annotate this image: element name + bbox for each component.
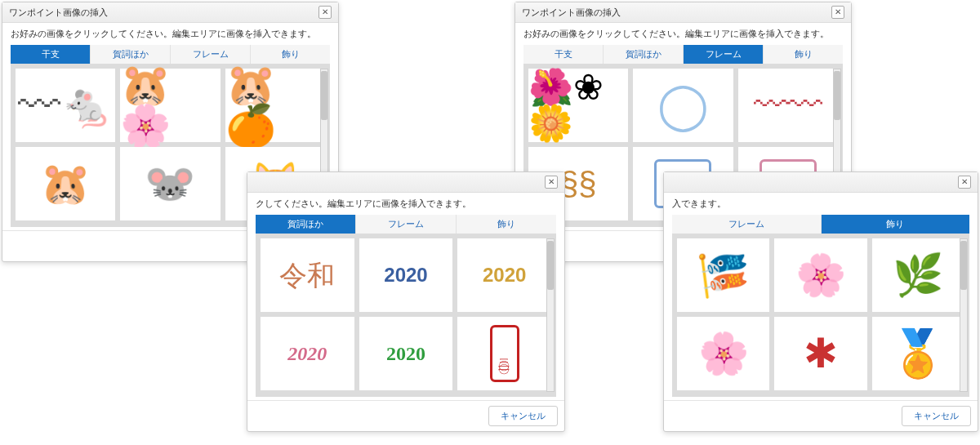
daruma-mouse-icon: 🐹 xyxy=(40,163,91,204)
tab-kazari[interactable]: 飾り xyxy=(251,45,330,64)
gallery-item[interactable]: 2020 xyxy=(359,317,453,390)
gallery-item[interactable]: 2020 xyxy=(457,238,551,312)
instruction-text: クしてください。編集エリアに画像を挿入できます。 xyxy=(256,198,556,210)
gallery-item[interactable]: 〰🐁 xyxy=(16,69,115,142)
hamster-blossom-icon: 🐹🌸 xyxy=(120,65,220,146)
gallery-item[interactable]: 🐹 xyxy=(16,147,115,220)
gallery-item[interactable]: 🐹🍊 xyxy=(225,69,325,142)
reiwa-glyph-icon: 令和 xyxy=(279,261,335,289)
dialog-header: ワンポイント画像の挿入 ✕ xyxy=(2,2,338,23)
pattern-2020-icon: 2020 xyxy=(384,265,427,285)
gallery-item[interactable]: 🌿 xyxy=(872,238,964,312)
tab-kazari[interactable]: 飾り xyxy=(822,215,970,234)
tab-frame[interactable]: フレーム xyxy=(171,45,251,64)
gallery-item[interactable]: 2020 xyxy=(261,317,354,390)
green-2020-icon: 2020 xyxy=(386,344,425,363)
red-flower-icon: ✱ xyxy=(804,333,838,374)
instruction-text: 入できます。 xyxy=(672,198,969,210)
gallery-item[interactable]: 二〇二〇 xyxy=(457,317,551,390)
magnolia-branch-icon: 🌸 xyxy=(698,333,749,374)
gallery-scrollbar[interactable] xyxy=(960,238,968,392)
close-icon[interactable]: ✕ xyxy=(831,6,844,19)
gallery-item[interactable]: 🌺❀🌼 xyxy=(528,69,628,142)
floral-wreath-icon: 🌺❀🌼 xyxy=(528,69,628,141)
koinobori-icon: 🎏 xyxy=(697,254,750,296)
tab-eto[interactable]: 干支 xyxy=(523,45,604,64)
tab-kazari[interactable]: 飾り xyxy=(764,45,843,64)
image-gallery: 🎏 🌸 🌿 🌸 ✱ 🏅 xyxy=(672,234,969,397)
tab-gashi[interactable]: 賀詞ほか xyxy=(604,45,684,64)
cancel-button[interactable]: キャンセル xyxy=(902,406,971,426)
insert-image-dialog-gashi: ✕ クしてください。編集エリアに画像を挿入できます。 賀詞ほか フレーム 飾り … xyxy=(247,171,565,432)
category-tabs: フレーム 飾り xyxy=(672,215,969,234)
cancel-button[interactable]: キャンセル xyxy=(488,406,558,426)
dialog-title: ワンポイント画像の挿入 xyxy=(522,7,621,19)
gallery-item[interactable]: 🐹🌸 xyxy=(120,69,220,142)
tab-frame[interactable]: フレーム xyxy=(356,215,457,234)
gallery-item[interactable]: ✱ xyxy=(774,317,866,390)
dialog-header: ワンポイント画像の挿入 ✕ xyxy=(515,2,851,23)
tab-frame[interactable]: フレーム xyxy=(672,215,822,234)
dialog-footer: キャンセル xyxy=(247,400,564,431)
dialog-header: ✕ xyxy=(247,172,564,193)
dialog-title xyxy=(670,177,673,187)
gold-medal-icon: 🏅 xyxy=(889,331,947,376)
tab-kazari[interactable]: 飾り xyxy=(457,215,556,234)
tab-eto[interactable]: 干支 xyxy=(11,45,91,64)
close-icon[interactable]: ✕ xyxy=(318,6,332,19)
gold-2020-icon: 2020 xyxy=(483,265,526,285)
gallery-item[interactable]: 🎏 xyxy=(677,238,769,312)
dialog-footer: キャンセル xyxy=(664,400,978,431)
clover-plant-icon: 🌿 xyxy=(893,255,943,296)
scrollbar-thumb[interactable] xyxy=(321,71,327,120)
tab-gashi[interactable]: 賀詞ほか xyxy=(256,215,356,234)
instruction-text: お好みの画像をクリックしてください。編集エリアに画像を挿入できます。 xyxy=(11,28,330,40)
instruction-text: お好みの画像をクリックしてください。編集エリアに画像を挿入できます。 xyxy=(523,28,843,40)
cherry-blossom-icon: 🌸 xyxy=(795,255,846,296)
category-tabs: 干支 賀詞ほか フレーム 飾り xyxy=(11,45,330,64)
script-2020-icon: 2020 xyxy=(287,344,327,363)
crane-frame-icon: 〰〰 xyxy=(754,88,822,122)
gallery-item[interactable]: 2020 xyxy=(359,238,453,312)
insert-image-dialog-kazari: ✕ 入できます。 フレーム 飾り 🎏 🌸 🌿 🌸 ✱ 🏅 キャンセル xyxy=(663,171,978,432)
gallery-item[interactable]: ◯ xyxy=(633,69,733,142)
gallery-item[interactable]: 〰〰 xyxy=(738,69,838,142)
vertical-stamp-icon: 二〇二〇 xyxy=(490,325,519,382)
image-gallery: 令和 2020 2020 2020 2020 二〇二〇 xyxy=(256,234,556,397)
gallery-item[interactable]: 🌸 xyxy=(774,238,866,312)
gallery-item[interactable]: 🏅 xyxy=(872,317,964,390)
dialog-title xyxy=(254,177,256,187)
gallery-item[interactable]: 🐭 xyxy=(120,147,220,220)
gallery-item[interactable]: 🌸 xyxy=(677,317,769,390)
tab-frame[interactable]: フレーム xyxy=(684,45,764,64)
mouse-icon: 〰🐁 xyxy=(18,84,114,127)
blue-wreath-icon: ◯ xyxy=(657,82,709,128)
scrollbar-thumb[interactable] xyxy=(834,71,840,120)
dialog-header: ✕ xyxy=(664,172,978,193)
gallery-item[interactable]: 令和 xyxy=(261,238,354,312)
close-icon[interactable]: ✕ xyxy=(958,176,971,189)
gallery-scrollbar[interactable] xyxy=(546,238,555,392)
close-icon[interactable]: ✕ xyxy=(545,176,558,189)
ribbon-frame-icon: §§ xyxy=(560,167,597,200)
dialog-title: ワンポイント画像の挿入 xyxy=(9,7,108,19)
tab-gashi[interactable]: 賀詞ほか xyxy=(91,45,171,64)
category-tabs: 賀詞ほか フレーム 飾り xyxy=(256,215,556,234)
scrollbar-thumb[interactable] xyxy=(547,241,554,290)
gray-mouse-icon: 🐭 xyxy=(145,163,195,204)
category-tabs: 干支 賀詞ほか フレーム 飾り xyxy=(523,45,843,64)
hamster-orange-icon: 🐹🍊 xyxy=(225,65,325,146)
scrollbar-thumb[interactable] xyxy=(960,241,967,290)
